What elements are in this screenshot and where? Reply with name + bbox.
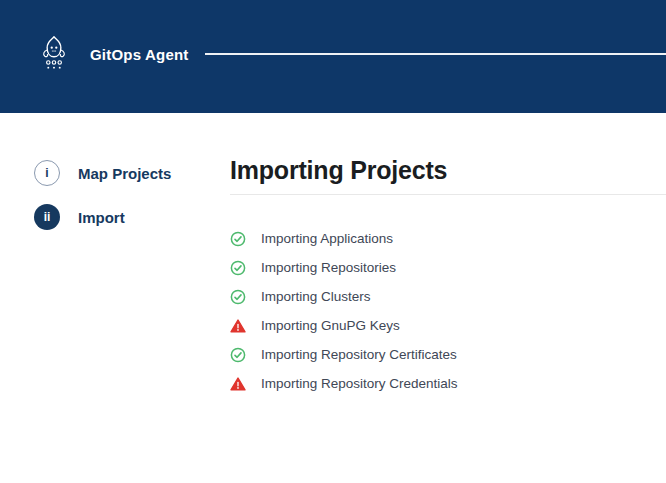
step-label: Import (78, 209, 125, 226)
check-circle-icon (230, 260, 246, 276)
step-marker-icon: i (34, 160, 60, 186)
import-task-list: Importing ApplicationsImporting Reposito… (230, 231, 666, 392)
header-divider-line (205, 53, 666, 55)
task-row-importing-repository-credentials: Importing Repository Credentials (230, 376, 666, 392)
brand-title: GitOps Agent (90, 46, 189, 63)
wizard-step-import[interactable]: iiImport (34, 204, 230, 230)
warning-triangle-icon (230, 376, 246, 392)
task-row-importing-clusters: Importing Clusters (230, 289, 666, 305)
task-label: Importing Clusters (261, 289, 371, 305)
check-circle-icon (230, 347, 246, 363)
task-label: Importing Repository Credentials (261, 376, 458, 392)
task-row-importing-applications: Importing Applications (230, 231, 666, 247)
task-label: Importing Applications (261, 231, 393, 247)
task-row-importing-gnupg-keys: Importing GnuPG Keys (230, 318, 666, 334)
wizard-step-nav: iMap ProjectsiiImport (0, 113, 230, 392)
wizard-step-map-projects[interactable]: iMap Projects (34, 160, 230, 186)
check-circle-icon (230, 231, 246, 247)
task-row-importing-repository-certificates: Importing Repository Certificates (230, 347, 666, 363)
page-title: Importing Projects (230, 155, 666, 185)
title-divider (230, 194, 666, 195)
main-panel: Importing Projects Importing Application… (230, 113, 666, 392)
task-label: Importing Repository Certificates (261, 347, 457, 363)
app-header: GitOps Agent (0, 0, 666, 113)
step-label: Map Projects (78, 165, 171, 182)
check-circle-icon (230, 289, 246, 305)
task-row-importing-repositories: Importing Repositories (230, 260, 666, 276)
task-label: Importing Repositories (261, 260, 396, 276)
step-marker-icon: ii (34, 204, 60, 230)
warning-triangle-icon (230, 318, 246, 334)
argo-octopus-logo-icon (38, 35, 70, 74)
task-label: Importing GnuPG Keys (261, 318, 400, 334)
page-content: iMap ProjectsiiImport Importing Projects… (0, 113, 666, 392)
